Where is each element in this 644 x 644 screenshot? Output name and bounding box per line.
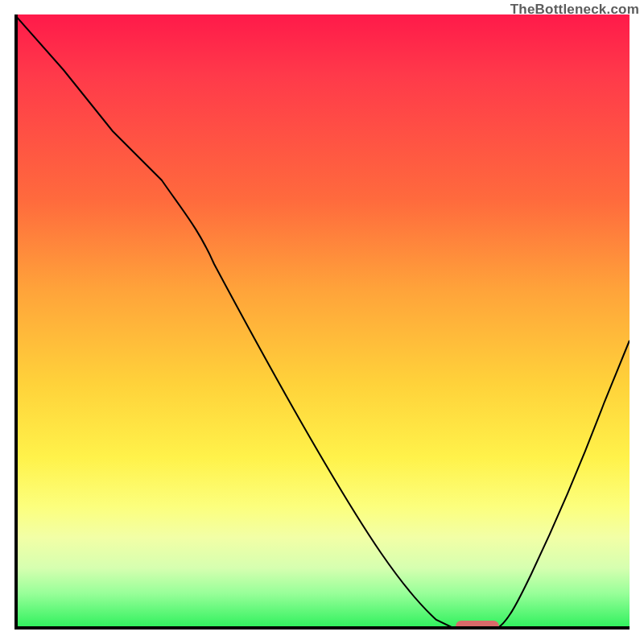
- optimal-marker: [456, 621, 499, 630]
- bottleneck-curve: [14, 14, 630, 630]
- watermark-text: TheBottleneck.com: [510, 2, 639, 18]
- curve-layer: [14, 14, 630, 630]
- chart-canvas: TheBottleneck.com: [0, 0, 644, 644]
- plot-area: [14, 14, 630, 630]
